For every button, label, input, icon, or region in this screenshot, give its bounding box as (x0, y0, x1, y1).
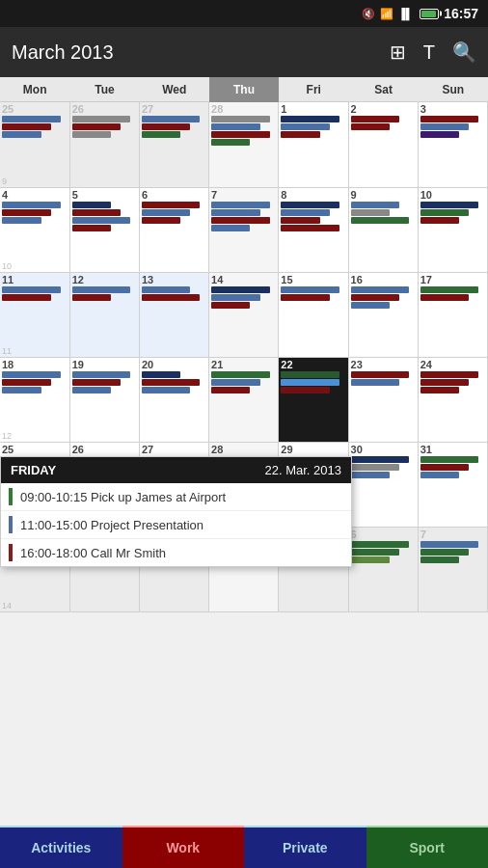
day-cell-feb26[interactable]: 26 (69, 102, 139, 187)
day-cell-mar30[interactable]: 30 (348, 442, 418, 527)
day-cell-feb27[interactable]: 27 (139, 102, 208, 187)
day-cell-feb28[interactable]: 28 (209, 102, 279, 187)
day-cell-mar3[interactable]: 3 (418, 102, 487, 187)
status-icons: 🔇 📶 ▐▌ 16:57 (362, 6, 478, 21)
day-cell-feb25[interactable]: 25 9 (0, 102, 69, 187)
day-cell-apr6[interactable]: 6 (348, 527, 418, 611)
day-cell-mar18[interactable]: 18 12 (0, 357, 69, 442)
day-cell-mar17[interactable]: 17 (418, 272, 487, 357)
day-header-wed: Wed (140, 77, 209, 102)
popup-event-1[interactable]: 09:00-10:15 Pick up James at Airport (1, 483, 351, 511)
day-cell-mar8[interactable]: 8 (279, 187, 348, 272)
day-cell-mar10[interactable]: 10 (418, 187, 487, 272)
day-cell-mar13[interactable]: 13 (139, 272, 208, 357)
text-mode-icon[interactable]: T (423, 41, 435, 64)
day-header-mon: Mon (0, 77, 69, 102)
popup-event-2[interactable]: 11:00-15:00 Project Presentation (1, 511, 351, 539)
app-header: March 2013 ⊞ T 🔍 (0, 27, 488, 77)
day-cell-mar31[interactable]: 31 (418, 442, 487, 527)
day-header-sat: Sat (348, 77, 418, 102)
bottom-navigation: Activities Work Private Sport (0, 826, 488, 868)
day-cell-mar16[interactable]: 16 (348, 272, 418, 357)
nav-activities[interactable]: Activities (0, 826, 122, 868)
event-color-indicator-1 (9, 488, 13, 505)
event-color-indicator-2 (9, 516, 13, 533)
day-cell-mar11[interactable]: 11 11 (0, 272, 69, 357)
day-cell-mar1[interactable]: 1 (279, 102, 348, 187)
day-cell-apr7[interactable]: 7 (418, 527, 487, 611)
signal-icon: ▐▌ (398, 8, 414, 19)
day-cell-mar14[interactable]: 14 (209, 272, 279, 357)
day-header-fri: Fri (279, 77, 348, 102)
battery-icon (420, 9, 439, 19)
week-row-4: 18 12 19 20 21 22 23 24 (0, 357, 488, 442)
day-cell-mar6[interactable]: 6 (139, 187, 208, 272)
popup-event-text-3: 16:00-18:00 Call Mr Smith (20, 546, 166, 560)
week-row-1: 25 9 26 27 28 1 2 3 (0, 102, 488, 187)
day-cell-mar22[interactable]: 22 (279, 357, 348, 442)
popup-event-text-1: 09:00-10:15 Pick up James at Airport (20, 490, 226, 504)
day-cell-mar12[interactable]: 12 (69, 272, 139, 357)
week-row-3: 11 11 12 13 14 15 16 17 (0, 272, 488, 357)
day-cell-mar24[interactable]: 24 (418, 357, 487, 442)
nav-private-label: Private (283, 840, 328, 855)
nav-private[interactable]: Private (244, 826, 366, 868)
popup-date: 22. Mar. 2013 (265, 463, 342, 477)
add-event-icon[interactable]: ⊞ (390, 41, 406, 64)
week-row-2: 4 10 5 6 7 8 9 10 (0, 187, 488, 272)
day-cell-mar15[interactable]: 15 (279, 272, 348, 357)
wifi-icon: 📶 (380, 8, 393, 20)
nav-activities-label: Activities (31, 840, 91, 855)
popup-event-text-2: 11:00-15:00 Project Presentation (20, 518, 203, 532)
status-bar: 🔇 📶 ▐▌ 16:57 (0, 0, 488, 27)
day-cell-mar19[interactable]: 19 (69, 357, 139, 442)
event-color-indicator-3 (9, 544, 13, 561)
day-cell-mar2[interactable]: 2 (348, 102, 418, 187)
silent-icon: 🔇 (362, 8, 375, 20)
popup-day: FRIDAY (11, 463, 56, 477)
day-cell-mar7[interactable]: 7 (209, 187, 279, 272)
day-header-sun: Sun (419, 77, 488, 102)
day-cell-mar4[interactable]: 4 10 (0, 187, 69, 272)
status-time: 16:57 (444, 6, 478, 21)
day-cell-mar21[interactable]: 21 (209, 357, 279, 442)
day-cell-mar20[interactable]: 20 (139, 357, 208, 442)
nav-work-label: Work (166, 840, 200, 855)
day-cell-mar9[interactable]: 9 (348, 187, 418, 272)
day-cell-mar5[interactable]: 5 (69, 187, 139, 272)
event-popup[interactable]: FRIDAY 22. Mar. 2013 09:00-10:15 Pick up… (0, 456, 352, 567)
day-header-thu: Thu (209, 77, 279, 102)
nav-sport-label: Sport (409, 840, 445, 855)
day-headers: Mon Tue Wed Thu Fri Sat Sun (0, 77, 488, 102)
calendar-wrapper: 25 9 26 27 28 1 2 3 (0, 102, 488, 612)
nav-work[interactable]: Work (122, 826, 245, 868)
popup-header: FRIDAY 22. Mar. 2013 (1, 457, 351, 483)
search-icon[interactable]: 🔍 (452, 41, 476, 64)
day-cell-mar23[interactable]: 23 (348, 357, 418, 442)
month-title: March 2013 (12, 41, 390, 64)
popup-event-3[interactable]: 16:00-18:00 Call Mr Smith (1, 539, 351, 566)
day-header-tue: Tue (69, 77, 139, 102)
header-icons: ⊞ T 🔍 (390, 41, 476, 64)
nav-sport[interactable]: Sport (366, 826, 489, 868)
